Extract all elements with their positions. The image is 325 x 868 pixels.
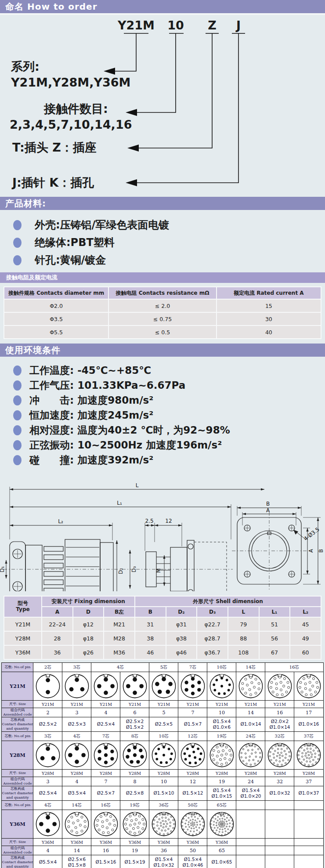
pin-dot [225, 831, 226, 832]
assembled-code-row-label: 组合代码Assembled code [2, 846, 33, 855]
contact-quantity-cell: Ø1.5×4Ø1.0×46 [178, 855, 207, 868]
dim-type-cell: Y21M [4, 618, 41, 631]
pin-dot [51, 756, 56, 760]
assembled-code-cell: 5 [149, 708, 178, 717]
pin-dot [228, 814, 229, 816]
dim-value-cell: 31 [135, 618, 166, 631]
pin-size-cell: Y28M [207, 770, 236, 777]
dim-label-A-side: A [308, 549, 314, 553]
contact-quantity-row: 芯数构成Contact diameterand quantityØ2.5×4Ø3… [2, 786, 323, 801]
pin-diagram-row: Y21M [2, 672, 323, 701]
pin-dot [314, 691, 317, 693]
pin-dot [245, 757, 246, 758]
pin-diagram-cell [294, 810, 323, 839]
pin-dot [101, 825, 104, 828]
pin-dot [114, 824, 116, 826]
pin-diagram-cell [91, 741, 120, 770]
pin-size-cell: Y28M [62, 770, 91, 777]
pin-dot [241, 756, 242, 758]
assembled-code-cell: 16 [91, 846, 120, 855]
pin-count-row-label: 芯数: No.of pin [2, 732, 33, 741]
pin-diagram-cell [149, 741, 178, 770]
naming-title: 命名 How to order [5, 1, 98, 13]
dim-value-cell: 79 [228, 618, 259, 631]
pin-dot [155, 752, 157, 755]
dim-label-2-5: 2.5 [145, 518, 153, 524]
pin-dot [81, 816, 83, 818]
code-part-series: Y21M [118, 18, 155, 32]
pin-dot [218, 813, 219, 814]
pin-dot [273, 757, 274, 758]
pin-dot [188, 814, 190, 815]
pin-dot [251, 753, 253, 754]
pin-dot [182, 825, 183, 827]
resistance-cell: 15 [217, 300, 321, 312]
pin-dot [228, 828, 229, 830]
pin-dot [186, 820, 187, 821]
pin-dot [100, 815, 102, 817]
pin-dot [219, 831, 220, 832]
pin-diagram-4-pin [34, 811, 62, 837]
pin-dot [138, 822, 141, 824]
pin-dot [185, 815, 187, 817]
dim-value-cell: M36 [104, 646, 134, 659]
contact-quantity-cell: Ø2.0×2Ø1.0×14 [265, 717, 294, 732]
pin-count-cell: 24芯 [236, 732, 265, 741]
pin-dot [275, 683, 278, 685]
pin-dot [230, 754, 232, 756]
pin-count-cell: 50芯 [178, 801, 207, 810]
pin-dot [68, 753, 72, 757]
pin-dot [258, 682, 260, 684]
pin-count-cell: 4芯 [33, 801, 62, 810]
pin-dot [280, 681, 282, 684]
bullet-icon [13, 455, 22, 465]
pin-dot [228, 832, 229, 834]
pin-dot [222, 821, 223, 822]
pin-dot [220, 821, 221, 822]
pin-dot [273, 763, 274, 764]
pin-dot [222, 749, 224, 752]
pin-dot [126, 684, 130, 688]
assembled-code-cell [236, 846, 265, 855]
environment-title: 使用环境条件 [5, 344, 61, 356]
count-label: 接触件数目: [44, 101, 108, 117]
pin-dot [257, 749, 259, 750]
pin-dot [68, 820, 70, 822]
pin-dot [317, 686, 319, 688]
pin-dot [159, 833, 160, 834]
pin-dot [133, 691, 137, 695]
dim-col-header: L₂ [290, 607, 321, 617]
pin-size-cell: Y28M [178, 770, 207, 777]
pin-diagram-cell [62, 672, 91, 701]
pin-size-row: 尺寸: SizeY21MY21MY21MY21MY21MY21MY21MY21M… [2, 701, 323, 708]
pin-dot [79, 824, 81, 826]
pin-dot [213, 689, 216, 691]
pin-dot [271, 760, 272, 761]
pin-count-cell: 19芯 [120, 801, 149, 810]
pin-dot [222, 818, 223, 819]
dim-col-header: L [228, 607, 259, 617]
pin-dot [126, 818, 128, 821]
pin-dot [304, 687, 307, 690]
pin-dot [190, 831, 191, 832]
contact-quantity-cell: Ø2.5×7 [91, 786, 120, 801]
pin-dot [188, 824, 189, 825]
pin-dot [170, 816, 172, 817]
pin-count-cell: 32芯 [265, 732, 294, 741]
dim-arrowhead [178, 524, 182, 526]
pin-dot [221, 822, 223, 824]
pin-dot [274, 750, 276, 752]
pin-dot [109, 823, 111, 825]
pin-dot [276, 755, 278, 756]
pin-size-cell: Y36M [149, 839, 178, 846]
pin-diagram-cell [91, 672, 120, 701]
dim-value-cell: 46 [135, 646, 166, 659]
pin-dot [77, 820, 79, 822]
pin-dot [298, 754, 299, 756]
pin-diagram-7-pin [179, 673, 207, 699]
pin-dot [283, 685, 285, 687]
dim-arrowhead [10, 488, 13, 490]
pin-dot [277, 764, 278, 765]
pin-dot [194, 822, 195, 824]
pin-dot [225, 762, 228, 764]
